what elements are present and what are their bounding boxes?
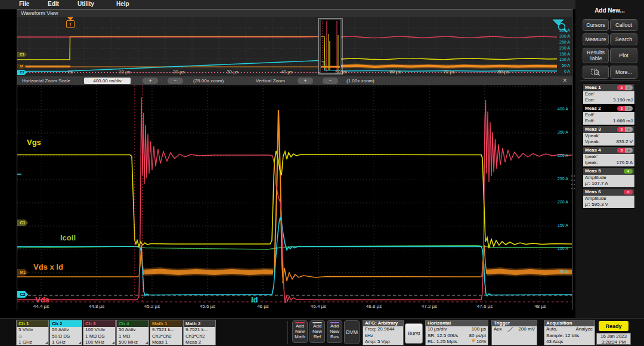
vgs-label: Vgs — [27, 138, 41, 147]
menu-utility[interactable]: Utility — [78, 1, 94, 7]
meas6-source-badge: 3 — [624, 190, 633, 194]
vds-x-id-label: Vds x Id — [33, 262, 63, 271]
trigger-marker[interactable]: T — [66, 17, 75, 28]
search-zone-button[interactable] — [583, 66, 609, 79]
meas1-badge[interactable]: Meas 1 3+ Eon' Eon:3.190 mJ — [583, 84, 635, 104]
overview-time-tick: 70 µs — [437, 69, 461, 75]
main-axis-tick: 300 A — [544, 153, 568, 157]
overview-plot[interactable]: T C1 M C2 350 A 300 A 250 A 200 A 150 A … — [17, 17, 572, 76]
callout-button[interactable]: Callout — [610, 19, 637, 31]
id-trace — [17, 217, 572, 296]
divider — [287, 321, 288, 344]
add-new-math-button[interactable]: AddNewMath — [292, 320, 308, 343]
close-zoom-icon[interactable]: ✕ — [562, 78, 567, 84]
menu-bar: File Edit Utility Help — [0, 0, 644, 10]
ch2-badge[interactable]: Ch 2 50 A/div 50 Ω DS 1 GHz◢ — [49, 320, 82, 345]
afg-panel[interactable]: AFG: Arbitrary Freq: 20.9644 kHz Amp: 5 … — [363, 320, 404, 345]
main-axis-tick: 400 A — [544, 107, 568, 111]
main-axis-tick: 100 A — [544, 246, 568, 251]
ready-status-button[interactable]: Ready — [599, 321, 628, 331]
acquisition-panel[interactable]: Acquisition Auto,Analyze Sample: 12 bits… — [544, 320, 595, 345]
menu-edit[interactable]: Edit — [48, 1, 59, 7]
ch4-badge[interactable]: Ch 4 50 A/div 1 MΩ 500 MHz◢ — [116, 320, 149, 345]
badge-expand-icon[interactable]: ◢ — [112, 339, 114, 346]
zoom-scale-bar: Horizontal Zoom Scale 400.00 ns/div + − … — [17, 76, 572, 85]
meas5-badge[interactable]: Meas 5 4 Amplitude µ':107.7 A — [583, 167, 635, 188]
meas2-badge[interactable]: Meas 2 3+ Eoff' Eoff:1.666 mJ — [583, 104, 635, 125]
overview-time-tick: 0s — [58, 69, 82, 75]
main-axis-tick: 50 A — [544, 270, 568, 274]
trigger-panel[interactable]: Trigger Aux 200 mV — [491, 320, 537, 345]
h-zoom-scale-label: Horizontal Zoom Scale — [22, 78, 70, 84]
ref-color-line — [312, 322, 322, 323]
meas3-badge[interactable]: Meas 3 3+ Vpeak' Vpeak:835.2 V — [583, 125, 635, 146]
main-time-tick: 44.4 µs — [28, 304, 54, 309]
main-waveform-plot[interactable]: Vgs Icoil Vds x Id Vds Id C1 M1 C2 400 A… — [17, 85, 572, 303]
main-time-tick: 47.2 µs — [416, 304, 442, 309]
main-time-axis: 44.4 µs 44.8 µs 45.2 µs 45.6 µs 46 µs 46… — [17, 303, 572, 311]
panel-drag-handle[interactable] — [571, 174, 575, 190]
probe-icon: ◎ — [18, 334, 22, 338]
measure-button[interactable]: Measure — [583, 33, 609, 45]
math1-badge[interactable]: Math 1 9.7521 k... Ch3*Ch2 Meas 1 — [150, 320, 182, 345]
ch3-badge[interactable]: Ch 3 100 V/div 1 MΩ DS 100 MHz◢ — [83, 320, 116, 345]
search-button[interactable]: Search — [610, 33, 637, 45]
meas6-badge[interactable]: Meas 6 3 Amplitude µ':595.3 V — [583, 188, 635, 209]
dvm-button[interactable]: DVM — [344, 320, 360, 344]
h-zoom-plus-button[interactable]: + — [143, 78, 158, 84]
main-axis-tick: 150 A — [544, 223, 568, 227]
datetime-display: 16 Jan 2023 3:28:24 PM — [596, 333, 631, 345]
meas4-badge[interactable]: Meas 4 3+ Ipeak' Ipeak:170.5 A — [583, 146, 635, 167]
math2-badge[interactable]: Math 2 9.7521 k... Ch3*Ch2 Meas 2 — [183, 320, 216, 345]
badge-expand-icon[interactable]: ◢ — [145, 339, 148, 346]
meas1-value: 3.190 mJ — [613, 97, 633, 103]
plot-button[interactable]: Plot — [610, 48, 637, 63]
v-zoom-factor: (1.00x zoom) — [346, 78, 374, 84]
add-new-title: Add New... — [575, 7, 644, 14]
badge-expand-icon[interactable]: ◢ — [45, 339, 48, 346]
math-power-thin — [17, 245, 487, 283]
meas5-value: 107.7 A — [592, 181, 608, 187]
overview-traces — [17, 17, 572, 76]
meas6-value: 595.3 V — [592, 202, 608, 208]
h-zoom-factor: (25.00x zoom) — [193, 78, 224, 84]
horizontal-panel[interactable]: Horizontal 10 µs/div100 µs SR: 12.5 GS/s… — [425, 320, 488, 345]
overview-axis-tick: 200 A — [546, 46, 570, 50]
v-zoom-plus-button[interactable]: + — [298, 78, 313, 84]
v-zoom-minus-button[interactable]: − — [323, 78, 338, 84]
h-zoom-minus-button[interactable]: − — [168, 78, 183, 84]
menu-help[interactable]: Help — [116, 1, 129, 7]
main-axis-tick: 200 A — [544, 200, 568, 204]
meas5-source-badge: 4 — [624, 169, 633, 174]
waveform-panel: Waveform View — [17, 9, 572, 310]
results-table-button[interactable]: Results Table — [583, 48, 609, 63]
overview-time-tick: 30 µs — [221, 69, 244, 75]
icoil-label: Icoil — [60, 233, 76, 242]
overview-axis-tick: 0 A — [546, 69, 570, 73]
main-time-tick: 45.6 µs — [194, 304, 221, 309]
overview-time-tick: 50 µs — [329, 69, 353, 75]
sidebar: Add New... Cursors Callout Measure Searc… — [575, 0, 644, 318]
waveform-view-tab[interactable]: Waveform View — [17, 10, 572, 17]
ch1-badge[interactable]: Ch 1 5 V/div ◎ 1 GHz◢ — [16, 320, 49, 345]
badge-expand-icon[interactable]: ◢ — [78, 339, 81, 346]
bottom-bar: Ch 1 5 V/div ◎ 1 GHz◢ Ch 2 50 A/div 50 Ω… — [0, 318, 644, 346]
main-time-tick: 44.8 µs — [83, 304, 110, 309]
overview-axis-tick: 300 A — [546, 34, 570, 38]
add-new-ref-button[interactable]: AddNewRef — [309, 320, 325, 343]
overview-time-tick: 20 µs — [167, 69, 191, 75]
overview-axis-tick: 50 A — [546, 63, 570, 67]
burst-button[interactable]: Burst — [405, 323, 423, 344]
overview-math-band-post — [341, 66, 557, 67]
main-axis-tick: 350 A — [544, 130, 568, 134]
main-time-tick: 48 µs — [527, 304, 553, 309]
zone-magnifier-icon — [591, 68, 600, 76]
overview-time-tick: 10 µs — [113, 69, 137, 75]
menu-file[interactable]: File — [19, 1, 29, 7]
cursors-button[interactable]: Cursors — [583, 19, 609, 31]
meas4-value: 170.5 A — [617, 160, 633, 166]
h-zoom-scale-value[interactable]: 400.00 ns/div — [84, 78, 131, 84]
main-time-tick: 46 µs — [250, 304, 276, 309]
more-button[interactable]: More... — [610, 66, 637, 79]
add-new-bus-button[interactable]: AddNewBus — [327, 320, 342, 343]
